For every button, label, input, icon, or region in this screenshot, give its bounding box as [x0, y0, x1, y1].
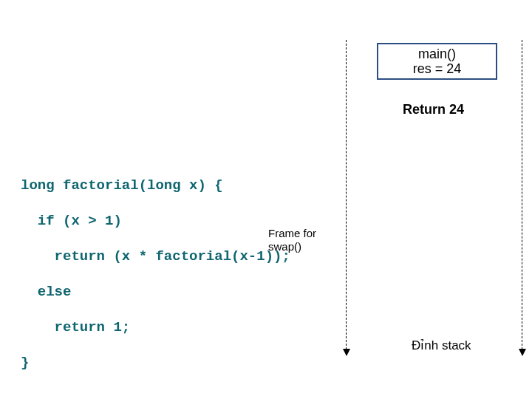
code-factorial-line5: return 1;	[21, 318, 290, 336]
stack-top-label: Đỉnh stack	[412, 338, 471, 353]
frame-for-line1: Frame for	[268, 227, 316, 240]
arrowhead-left	[343, 349, 350, 356]
stack-frame-main-box: main() res = 24	[377, 43, 497, 80]
stack-region-left-border	[346, 40, 347, 353]
frame-for-label: Frame for swap()	[268, 227, 316, 253]
code-factorial-line3: return (x * factorial(x-1));	[21, 248, 290, 265]
code-blank-line	[21, 389, 290, 399]
stack-frame-line1: main()	[418, 47, 456, 61]
return-label: Return 24	[403, 102, 464, 117]
arrowhead-right	[519, 349, 526, 356]
code-factorial-line2: if (x > 1)	[21, 212, 290, 230]
code-factorial-line6: }	[21, 354, 290, 372]
code-factorial-line4: else	[21, 283, 290, 301]
frame-for-line2: swap()	[268, 240, 316, 253]
code-block: long factorial(long x) { if (x > 1) retu…	[21, 159, 290, 399]
stack-region-right-border	[522, 40, 522, 353]
code-factorial-line1: long factorial(long x) {	[21, 177, 290, 194]
stack-frame-line2: res = 24	[413, 61, 462, 76]
